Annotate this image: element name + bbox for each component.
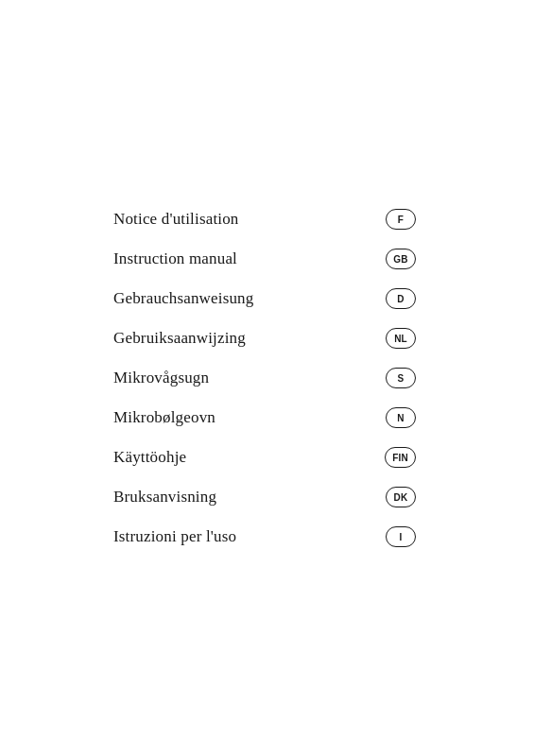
language-menu-list: Notice d'utilisationFInstruction manualG… [113,199,416,557]
menu-item-label: Mikrovågsugn [113,369,209,387]
menu-item-label: Käyttöohje [113,448,186,467]
menu-item: Notice d'utilisationF [113,199,416,239]
language-badge: DK [386,487,416,507]
menu-item: Istruzioni per l'usoI [113,517,416,557]
menu-item-label: Instruction manual [113,249,237,268]
language-badge: N [386,407,416,428]
menu-item: BruksanvisningDK [113,477,416,517]
menu-item-label: Notice d'utilisation [113,210,239,229]
language-badge: D [386,288,416,309]
menu-item: MikrobølgeovnN [113,398,416,438]
page-container: Notice d'utilisationFInstruction manualG… [0,0,534,756]
menu-item-label: Istruzioni per l'uso [113,527,236,546]
menu-item: KäyttöohjeFIN [113,438,416,477]
menu-item: MikrovågsugnS [113,358,416,398]
menu-item: GebruiksaanwijzingNL [113,318,416,358]
menu-item: GebrauchsanweisungD [113,279,416,318]
language-badge: I [386,526,416,547]
menu-item-label: Gebrauchsanweisung [113,289,253,308]
language-badge: GB [386,249,416,269]
language-badge: NL [386,328,416,349]
menu-item: Instruction manualGB [113,239,416,279]
menu-item-label: Bruksanvisning [113,488,216,507]
menu-item-label: Gebruiksaanwijzing [113,329,246,348]
language-badge: F [386,209,416,230]
language-badge: S [386,368,416,388]
menu-item-label: Mikrobølgeovn [113,408,215,427]
language-badge: FIN [385,447,416,468]
